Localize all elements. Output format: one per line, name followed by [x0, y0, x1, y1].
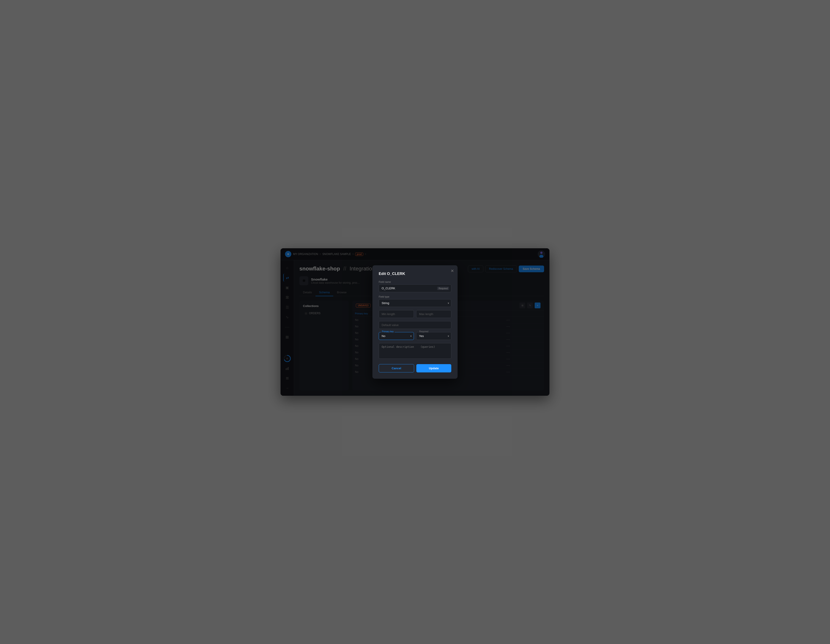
primary-key-select[interactable]: NoYes [379, 332, 414, 340]
required-group: Required YesNo [416, 332, 451, 340]
primary-key-label: Primary key [381, 330, 394, 333]
default-value-input[interactable] [379, 321, 451, 329]
max-length-input[interactable] [416, 310, 451, 318]
length-row [379, 310, 451, 318]
default-value-group [379, 321, 451, 329]
field-name-group: Field name Required [379, 280, 451, 292]
modal-actions: Cancel Update [379, 364, 451, 372]
edit-modal: ✕ Edit O_CLERK Field name Required Field… [372, 265, 458, 379]
field-name-label: Field name [379, 280, 451, 283]
update-button[interactable]: Update [417, 364, 451, 372]
required-select-wrapper: Required YesNo [416, 332, 451, 340]
field-name-input-wrapper: Required [379, 284, 451, 292]
required-label: Required [418, 330, 429, 333]
description-group [379, 343, 451, 360]
field-type-group: Field type StringNumberBooleanDateArrayO… [379, 295, 451, 307]
field-type-label: Field type [379, 295, 451, 298]
field-type-select-wrapper: StringNumberBooleanDateArrayObject [379, 299, 451, 307]
min-length-group [379, 310, 414, 318]
primary-key-select-wrapper: Primary key NoYes [379, 332, 414, 340]
description-textarea[interactable] [379, 343, 451, 359]
required-select[interactable]: YesNo [416, 332, 451, 340]
cancel-button[interactable]: Cancel [379, 364, 414, 372]
primary-key-group: Primary key NoYes [379, 332, 414, 340]
field-type-select[interactable]: StringNumberBooleanDateArrayObject [379, 299, 451, 307]
modal-title: Edit O_CLERK [379, 272, 451, 276]
pk-required-row: Primary key NoYes Required YesNo [379, 332, 451, 340]
min-length-input[interactable] [379, 310, 414, 318]
field-name-required-badge: Required [437, 286, 449, 290]
modal-close-button[interactable]: ✕ [451, 269, 454, 274]
modal-overlay: ✕ Edit O_CLERK Field name Required Field… [0, 0, 830, 644]
max-length-group [416, 310, 451, 318]
